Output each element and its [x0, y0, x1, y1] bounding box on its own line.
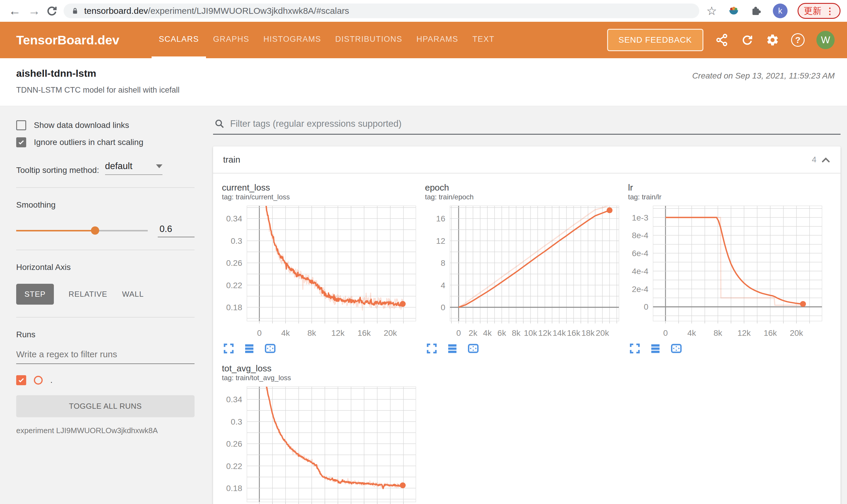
- horizontal-axis-label: Horizontal Axis: [16, 263, 194, 272]
- browser-profile-avatar[interactable]: k: [773, 3, 788, 18]
- chart-actions: [222, 342, 425, 356]
- run-list-item[interactable]: .: [16, 375, 194, 385]
- svg-text:4e-4: 4e-4: [632, 267, 649, 276]
- browser-update-button[interactable]: 更新 ⋮: [798, 3, 841, 19]
- refresh-icon[interactable]: [741, 33, 754, 47]
- fit-domain-button[interactable]: [264, 342, 277, 356]
- svg-text:16k: 16k: [358, 328, 371, 338]
- tab-scalars[interactable]: SCALARS: [152, 22, 206, 58]
- svg-text:18k: 18k: [581, 328, 595, 338]
- divider: [16, 250, 194, 250]
- update-label: 更新: [804, 5, 822, 17]
- axis-wall-button[interactable]: WALL: [122, 290, 144, 299]
- tab-distributions[interactable]: DISTRIBUTIONS: [328, 22, 409, 58]
- svg-text:2e-4: 2e-4: [632, 285, 649, 294]
- address-bar[interactable]: tensorboard.dev/experiment/LJI9MWUORLOw3…: [64, 3, 699, 18]
- three-bars-icon: [243, 342, 256, 355]
- bookmark-star-icon[interactable]: ☆: [706, 4, 717, 18]
- svg-text:0: 0: [663, 328, 668, 338]
- svg-text:0: 0: [440, 303, 445, 312]
- smoothing-value-input[interactable]: [158, 224, 194, 237]
- smoothing-label: Smoothing: [16, 200, 194, 210]
- reload-icon[interactable]: [45, 4, 58, 17]
- svg-text:20k: 20k: [596, 328, 609, 338]
- help-icon[interactable]: ?: [791, 33, 805, 47]
- share-icon[interactable]: [715, 33, 729, 47]
- tooltip-sorting-select[interactable]: default: [105, 161, 162, 175]
- toggle-all-runs-button[interactable]: TOGGLE ALL RUNS: [16, 395, 194, 417]
- smoothing-slider[interactable]: [16, 227, 148, 235]
- scalar-chart-card: current_loss tag: train/current_loss 04k…: [222, 182, 425, 356]
- fit-domain-button[interactable]: [467, 342, 480, 356]
- fullscreen-icon: [629, 342, 641, 355]
- svg-text:0: 0: [257, 328, 262, 338]
- run-checkbox-checked-icon[interactable]: [16, 375, 26, 385]
- gear-icon[interactable]: [766, 33, 779, 47]
- svg-text:6k: 6k: [497, 328, 506, 338]
- train-section-header[interactable]: train 4: [213, 146, 841, 174]
- chart-title: tot_avg_loss: [222, 363, 425, 374]
- fit-domain-icon: [264, 342, 277, 355]
- back-icon[interactable]: ←: [6, 4, 23, 18]
- chart-tag: tag: train/tot_avg_loss: [222, 374, 425, 382]
- lock-icon: [71, 6, 80, 16]
- checkbox-unchecked-icon[interactable]: [16, 120, 26, 130]
- show-download-links-checkbox[interactable]: Show data download links: [16, 120, 194, 130]
- svg-text:0.18: 0.18: [226, 303, 242, 312]
- chart-plot[interactable]: 04k8k12k16k20k02e-44e-46e-48e-41e-3: [628, 205, 824, 339]
- app-header: TensorBoard.dev SCALARS GRAPHS HISTOGRAM…: [0, 22, 847, 58]
- experiment-id-caption: experiment LJI9MWUORLOw3jkdhxwk8A: [16, 426, 194, 435]
- tab-text[interactable]: TEXT: [465, 22, 501, 58]
- three-bars-icon: [446, 342, 459, 355]
- tab-graphs[interactable]: GRAPHS: [206, 22, 256, 58]
- svg-text:20k: 20k: [790, 328, 803, 338]
- svg-text:12: 12: [436, 236, 445, 246]
- log-scale-button[interactable]: [243, 342, 256, 356]
- extensions-puzzle-icon[interactable]: [750, 5, 762, 17]
- svg-text:12k: 12k: [738, 328, 751, 338]
- url-text[interactable]: tensorboard.dev/experiment/LJI9MWUORLOw3…: [84, 6, 349, 16]
- axis-relative-button[interactable]: RELATIVE: [69, 290, 107, 299]
- fit-domain-button[interactable]: [670, 342, 683, 356]
- tab-hparams[interactable]: HPARAMS: [409, 22, 465, 58]
- chart-plot[interactable]: 04k8k12k16k20k0.180.220.260.30.34: [222, 205, 418, 339]
- checkbox-checked-icon[interactable]: [16, 137, 26, 147]
- expand-chart-button[interactable]: [426, 342, 438, 356]
- svg-text:0.26: 0.26: [226, 439, 242, 448]
- svg-text:2k: 2k: [468, 328, 478, 338]
- ignore-outliers-checkbox[interactable]: Ignore outliers in chart scaling: [16, 137, 194, 147]
- fit-domain-icon: [670, 342, 683, 355]
- tag-filter-input[interactable]: [230, 119, 839, 129]
- show-download-links-label: Show data download links: [34, 121, 129, 130]
- axis-step-button[interactable]: STEP: [16, 284, 54, 305]
- account-avatar[interactable]: W: [816, 31, 835, 49]
- chart-actions: [628, 342, 831, 356]
- svg-text:14k: 14k: [553, 328, 566, 338]
- svg-text:0: 0: [644, 302, 649, 311]
- send-feedback-button[interactable]: SEND FEEDBACK: [607, 29, 704, 51]
- chart-plot[interactable]: 04k8k12k16k20k0.180.220.260.30.34: [222, 385, 418, 504]
- svg-text:4k: 4k: [483, 328, 492, 338]
- slider-thumb[interactable]: [91, 227, 99, 235]
- fullscreen-icon: [223, 342, 235, 355]
- svg-text:0.3: 0.3: [231, 236, 242, 246]
- svg-text:16: 16: [436, 214, 445, 223]
- tooltip-sorting-label: Tooltip sorting method:: [16, 165, 99, 175]
- tab-histograms[interactable]: HISTOGRAMS: [256, 22, 328, 58]
- chevron-up-icon[interactable]: [821, 157, 831, 163]
- chart-title: epoch: [425, 182, 628, 193]
- chevron-down-icon: [156, 164, 162, 168]
- kebab-menu-icon[interactable]: ⋮: [826, 6, 834, 16]
- app-logo[interactable]: TensorBoard.dev: [16, 33, 119, 47]
- forward-icon[interactable]: →: [26, 4, 42, 18]
- log-scale-button[interactable]: [649, 342, 661, 356]
- scalar-chart-card: epoch tag: train/epoch 02k4k6k8k10k12k14…: [425, 182, 628, 356]
- search-icon: [214, 119, 225, 129]
- expand-chart-button[interactable]: [223, 342, 235, 356]
- chart-plot[interactable]: 02k4k6k8k10k12k14k16k18k20k0481216: [425, 205, 621, 339]
- runs-filter-input[interactable]: [16, 349, 194, 364]
- log-scale-button[interactable]: [446, 342, 459, 356]
- fruit-bowl-extension-icon[interactable]: [727, 5, 740, 17]
- expand-chart-button[interactable]: [629, 342, 641, 356]
- svg-text:20k: 20k: [384, 328, 397, 338]
